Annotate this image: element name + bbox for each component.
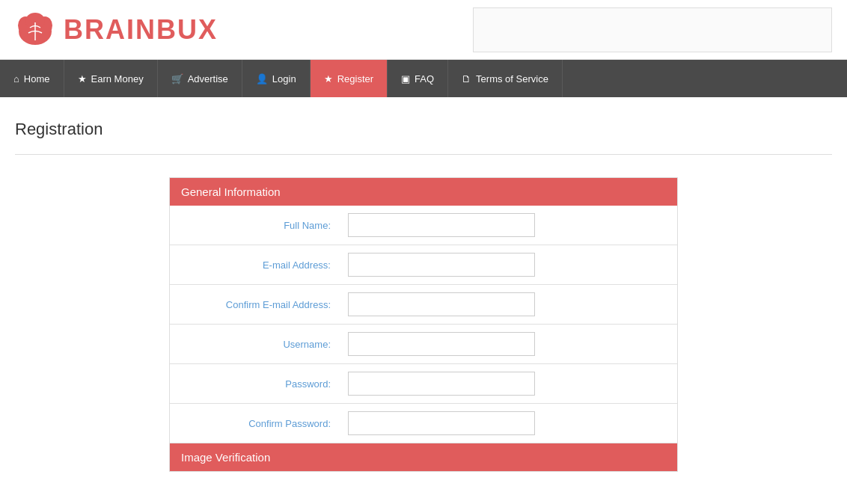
- nav-item-login[interactable]: 👤 Login: [242, 60, 311, 97]
- username-label: Username:: [170, 330, 342, 359]
- nav-label-earn-money: Earn Money: [91, 73, 144, 84]
- nav-item-advertise[interactable]: 🛒 Advertise: [158, 60, 242, 97]
- header-ad-banner: [473, 7, 832, 52]
- confirm-password-input-wrapper: [342, 404, 677, 443]
- registration-form: General Information Full Name: E-mail Ad…: [169, 177, 678, 472]
- password-input-wrapper: [342, 364, 677, 403]
- confirm-password-label: Confirm Password:: [170, 409, 342, 438]
- full-name-input-wrapper: [342, 206, 677, 245]
- nav-label-home: Home: [24, 73, 50, 84]
- confirm-email-input-wrapper: [342, 285, 677, 324]
- confirm-password-row: Confirm Password:: [170, 404, 677, 443]
- confirm-email-label: Confirm E-mail Address:: [170, 290, 342, 319]
- user-icon: 👤: [256, 73, 268, 84]
- full-name-row: Full Name:: [170, 206, 677, 245]
- username-input[interactable]: [348, 332, 535, 356]
- username-row: Username:: [170, 325, 677, 364]
- logo-text: BRAINBUX: [64, 14, 218, 46]
- nav-item-home[interactable]: ⌂ Home: [0, 60, 64, 97]
- password-row: Password:: [170, 364, 677, 404]
- home-icon: ⌂: [13, 73, 19, 84]
- cart-icon: 🛒: [171, 73, 183, 84]
- nav-item-register[interactable]: ★ Register: [311, 60, 388, 97]
- email-label: E-mail Address:: [170, 251, 342, 280]
- confirm-email-input[interactable]: [348, 292, 535, 316]
- faq-icon: ▣: [401, 73, 410, 84]
- confirm-email-row: Confirm E-mail Address:: [170, 285, 677, 325]
- nav-label-register: Register: [337, 73, 373, 84]
- image-verification-header: Image Verification: [170, 443, 677, 471]
- doc-icon: 🗋: [462, 73, 471, 84]
- nav-label-faq: FAQ: [415, 73, 434, 84]
- star-icon-earn: ★: [78, 73, 87, 84]
- main-content: Registration General Information Full Na…: [0, 97, 847, 494]
- page-title: Registration: [15, 120, 832, 139]
- confirm-password-input[interactable]: [348, 411, 535, 435]
- full-name-label: Full Name:: [170, 211, 342, 240]
- general-info-header: General Information: [170, 178, 677, 206]
- header: BRAINBUX: [0, 0, 847, 60]
- nav-label-terms: Terms of Service: [476, 73, 548, 84]
- email-row: E-mail Address:: [170, 245, 677, 285]
- nav-item-earn-money[interactable]: ★ Earn Money: [64, 60, 158, 97]
- nav-label-advertise: Advertise: [188, 73, 228, 84]
- nav-item-terms[interactable]: 🗋 Terms of Service: [448, 60, 563, 97]
- nav-item-faq[interactable]: ▣ FAQ: [388, 60, 448, 97]
- full-name-input[interactable]: [348, 213, 535, 237]
- divider: [15, 154, 832, 155]
- password-input[interactable]: [348, 372, 535, 396]
- password-label: Password:: [170, 369, 342, 399]
- logo-icon: [15, 9, 56, 50]
- logo-area: BRAINBUX: [15, 9, 218, 50]
- username-input-wrapper: [342, 325, 677, 363]
- star-icon-register: ★: [324, 73, 333, 84]
- nav-label-login: Login: [272, 73, 296, 84]
- navbar: ⌂ Home ★ Earn Money 🛒 Advertise 👤 Login …: [0, 60, 847, 97]
- email-input-wrapper: [342, 245, 677, 284]
- email-input[interactable]: [348, 253, 535, 277]
